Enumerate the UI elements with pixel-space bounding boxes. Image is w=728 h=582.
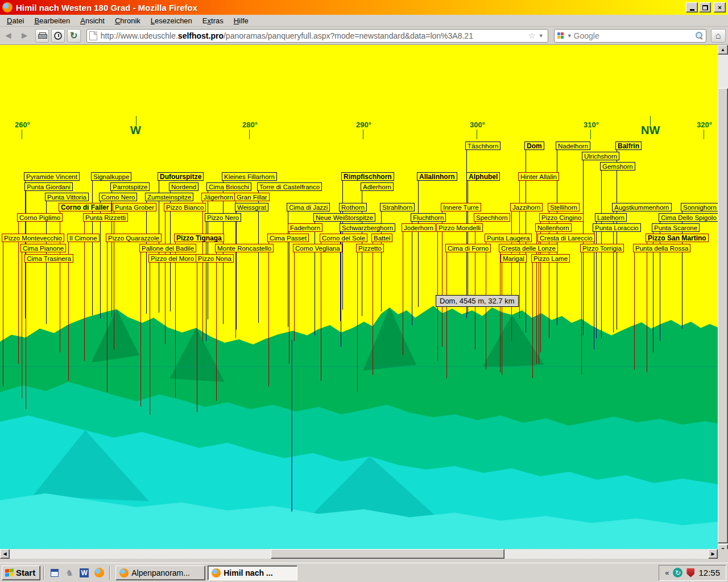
peak-label[interactable]: Punta della Rossa <box>633 244 690 252</box>
restore-button[interactable] <box>699 2 711 13</box>
reload-button[interactable]: ↻ <box>67 29 81 43</box>
window-titlebar[interactable]: Himil nach Westen 180 Grad - Mozilla Fir… <box>0 0 728 15</box>
peak-label[interactable]: Pizzo Nero <box>205 213 241 222</box>
peak-label[interactable]: Cima Pianone <box>20 244 66 252</box>
quicklaunch-firefox-icon[interactable] <box>93 567 105 579</box>
peak-label[interactable]: Pizzo Quarazzole <box>106 234 162 242</box>
back-button[interactable]: ◄ <box>0 30 16 41</box>
history-button[interactable] <box>51 29 65 43</box>
peak-label[interactable]: Cima di Jazzi <box>287 203 330 211</box>
menu-item-bearbeiten[interactable]: Bearbeiten <box>30 15 75 26</box>
peak-label[interactable]: Pizzo Torrigia <box>580 244 624 252</box>
peak-label[interactable]: Marigal <box>500 254 527 263</box>
peak-label[interactable]: Cresta delle Lonze <box>499 244 558 252</box>
peak-label[interactable]: Pizzetto <box>356 244 384 252</box>
peak-label[interactable]: Battel <box>371 234 392 242</box>
url-bar[interactable]: http://www.udeuschle.selfhost.pro/panora… <box>86 29 548 43</box>
peak-label[interactable]: Punta Loraccio <box>593 223 641 232</box>
peak-label[interactable]: Augstkummenhorn <box>612 203 672 211</box>
peak-label[interactable]: Fluchthorn <box>411 213 446 222</box>
taskbar-clock[interactable]: 12:55 <box>698 568 720 577</box>
url-text[interactable]: http://www.udeuschle.selfhost.pro/panora… <box>101 31 527 40</box>
search-box[interactable]: ▼ Google <box>554 29 706 43</box>
menu-item-hilfe[interactable]: Hilfe <box>229 15 253 26</box>
peak-label[interactable]: Stellihorn <box>548 203 580 211</box>
task-button[interactable]: Alpenpanoram... <box>115 566 205 580</box>
menu-item-chronik[interactable]: Chronik <box>110 15 145 26</box>
peak-label[interactable]: Cima Trasinera <box>24 254 73 263</box>
horizontal-scrollbar[interactable]: ◀ ▶ <box>0 549 718 559</box>
peak-label[interactable]: Signalkuppe <box>91 172 131 181</box>
peak-label[interactable]: Cima Brioschi <box>206 182 251 191</box>
peak-label[interactable]: Pizzo Cingino <box>539 213 584 222</box>
peak-label[interactable]: Corno Nero <box>99 193 137 201</box>
peak-label[interactable]: Cima Passet <box>267 234 309 242</box>
peak-label[interactable]: Corno di Faller <box>59 203 111 211</box>
peak-label[interactable]: Täschhorn <box>465 142 500 150</box>
peak-label[interactable]: Torre di Castelfranco <box>257 182 322 191</box>
menu-item-datei[interactable]: Datei <box>2 15 28 26</box>
peak-label[interactable]: Cima di Forno <box>445 244 491 252</box>
peak-label[interactable]: Adlerhorn <box>361 182 394 191</box>
peak-label[interactable]: Hinter Allalin <box>518 172 559 181</box>
minimize-button[interactable] <box>686 2 698 13</box>
peak-label[interactable]: Faderhorn <box>288 223 322 232</box>
peak-label[interactable]: Spechhorn <box>474 213 510 222</box>
menu-item-extras[interactable]: Extras <box>198 15 228 26</box>
peak-label[interactable]: Allalinhorn <box>417 172 457 181</box>
peak-label[interactable]: Strahlhorn <box>380 203 415 211</box>
peak-label[interactable]: Il Cimone <box>67 234 100 242</box>
home-button[interactable]: ⌂ <box>711 29 726 43</box>
peak-label[interactable]: Rimpfischhorn <box>341 172 394 181</box>
tray-chevron[interactable]: « <box>665 568 669 577</box>
tray-antivirus-shield-icon[interactable] <box>686 568 694 577</box>
start-button[interactable]: Start <box>2 566 40 580</box>
scroll-right-button[interactable]: ▶ <box>708 549 718 559</box>
peak-label[interactable]: Corno del Sole <box>320 234 367 242</box>
peak-label[interactable]: Latelhorn <box>595 213 627 222</box>
peak-label[interactable]: Pyramide Vincent <box>24 172 80 181</box>
peak-label[interactable]: Punta Grober <box>113 203 156 211</box>
peak-label[interactable]: Neue Weißtorspitze <box>313 213 375 222</box>
peak-label[interactable]: Gemshorn <box>600 162 635 171</box>
panorama-view[interactable]: 260°W280°290°300°310°NW320° TäschhornDom… <box>0 45 718 549</box>
scroll-up-button[interactable]: ▲ <box>718 45 728 55</box>
tray-update-icon[interactable]: ↻ <box>673 568 682 577</box>
peak-label[interactable]: Pizzo Nona <box>196 254 234 263</box>
task-button[interactable]: Himil nach ... <box>208 566 297 580</box>
peak-label[interactable]: Pizzo Tignaga <box>174 234 224 242</box>
peak-label[interactable]: Cima Dello Spigolo <box>659 213 718 222</box>
peak-label[interactable]: Nadelhorn <box>556 142 590 150</box>
peak-label[interactable]: Zumsteinspitze <box>145 193 193 201</box>
search-engine-dropdown-icon[interactable]: ▼ <box>567 33 572 39</box>
peak-label[interactable]: Ulrichshorn <box>582 152 619 160</box>
close-button[interactable]: × <box>714 2 726 13</box>
peak-label[interactable]: Corno Piglimo <box>17 213 63 222</box>
peak-label[interactable]: Balfrin <box>615 142 642 150</box>
peak-label[interactable]: Weissgrat <box>235 203 268 211</box>
peak-label[interactable]: Kleines Fillarhorn <box>222 172 277 181</box>
peak-label[interactable]: Jägerhorn <box>201 193 235 201</box>
peak-label[interactable]: Dufourspitze <box>158 172 204 181</box>
peak-label[interactable]: Joderhorn <box>402 223 436 232</box>
quicklaunch-desktop-icon[interactable] <box>48 567 61 579</box>
horizontal-scroll-thumb[interactable] <box>271 549 504 559</box>
peak-label[interactable]: Cresta di Lareccio <box>537 234 595 242</box>
peak-label[interactable]: Monte Roncastello <box>215 244 274 252</box>
peak-label[interactable]: Innere Turre <box>441 203 481 211</box>
peak-label[interactable]: Sonnighorn <box>681 203 718 211</box>
peak-label[interactable]: Punta Giordani <box>24 182 73 191</box>
bookmark-star-icon[interactable]: ☆ <box>528 31 535 41</box>
peak-label[interactable]: Corno Vegliana <box>293 244 342 252</box>
peak-label[interactable]: Pizzo del Moro <box>148 254 196 263</box>
vertical-scrollbar[interactable]: ▲ ▼ <box>718 45 728 554</box>
vertical-scroll-thumb[interactable] <box>718 88 728 543</box>
peak-label[interactable]: Nordend <box>169 182 198 191</box>
peak-label[interactable]: Jazzihorn <box>510 203 543 211</box>
peak-label[interactable]: Pizzo Mondelli <box>436 223 483 232</box>
menu-item-ansicht[interactable]: Ansicht <box>76 15 109 26</box>
peak-label[interactable]: Punta Scarone <box>652 223 700 232</box>
forward-button[interactable]: ► <box>16 30 33 41</box>
peak-label[interactable]: Dom <box>524 142 544 150</box>
peak-label[interactable]: Nollenhorn <box>535 223 572 232</box>
